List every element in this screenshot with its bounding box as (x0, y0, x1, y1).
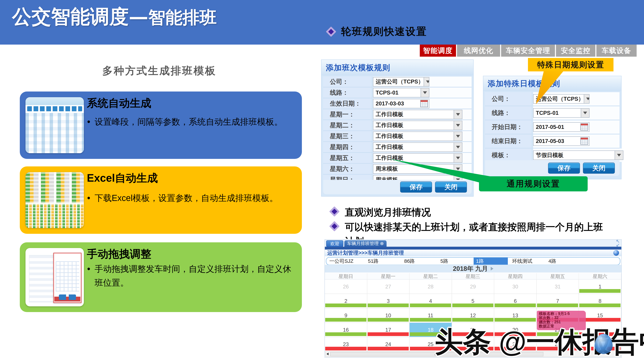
chevron-down-icon[interactable] (454, 121, 462, 130)
field-label: 星期四： (323, 142, 371, 152)
form-row-thursday: 星期四： 工作日模板 (323, 142, 472, 153)
field-label: 生效日期： (323, 98, 371, 109)
calendar-day-cell[interactable]: 30 (494, 280, 537, 294)
status-bar-green (368, 318, 409, 322)
tuesday-template-select[interactable]: 工作日模板 (373, 121, 462, 130)
collapse-expand-icons[interactable]: ↖ ↙ (616, 239, 620, 247)
calendar-day-cell[interactable]: 9 (325, 308, 367, 323)
route-item[interactable]: 4路 (546, 258, 582, 265)
close-button[interactable]: 关闭 (435, 182, 467, 193)
calendar-day-cell[interactable]: 8 (579, 294, 621, 308)
chevron-down-icon[interactable] (454, 143, 462, 151)
calendar-day-cell[interactable]: 31 (537, 280, 579, 294)
day-number: 26 (325, 284, 367, 290)
calendar-day-cell[interactable]: 4 (410, 294, 452, 308)
excel-sheet-screenshot (26, 172, 84, 228)
effective-date-input[interactable]: 2017-03-03 (373, 99, 429, 108)
status-bar-green (452, 304, 494, 307)
route-item[interactable]: 86路 (401, 258, 438, 265)
calendar-day-cell[interactable]: 3 (367, 294, 410, 308)
thursday-template-select[interactable]: 工作日模板 (373, 142, 462, 152)
line-select[interactable]: TCPS-01 (533, 108, 590, 118)
chevron-down-icon[interactable] (454, 154, 462, 162)
calendar-icon[interactable] (420, 100, 428, 107)
day-number: 12 (452, 313, 494, 319)
next-month-arrow-icon[interactable] (491, 267, 494, 271)
welcome-tab[interactable]: 欢迎 (326, 240, 343, 247)
calendar-day-cell[interactable]: 24 (367, 337, 410, 352)
calendar-day-cell[interactable]: 6 (494, 294, 537, 308)
status-bar-green (325, 304, 366, 307)
form-footer: 保存 关闭 (323, 180, 472, 194)
chevron-down-icon[interactable] (454, 132, 462, 141)
form-row-end-date: 结束日期： 2017-05-03 (485, 134, 620, 148)
calendar-day-cell[interactable]: 1 (579, 280, 621, 294)
tab-safety-monitoring[interactable]: 安全监控 (556, 44, 595, 57)
status-bar-green (410, 304, 451, 307)
close-button[interactable]: 关闭 (583, 163, 615, 174)
friday-template-select[interactable]: 工作日模板 (373, 153, 462, 163)
calendar-day-cell[interactable]: 28 (410, 280, 452, 294)
calendar-icon[interactable] (580, 123, 588, 131)
chevron-down-icon[interactable] (584, 94, 590, 103)
scroll-left-icon[interactable] (326, 353, 328, 355)
day-header: 星期一 (367, 273, 410, 280)
chevron-down-icon[interactable] (424, 77, 429, 86)
end-date-input[interactable]: 2017-05-03 (533, 136, 590, 146)
tab-intelligent-dispatch[interactable]: 智能调度 (420, 44, 456, 57)
route-item[interactable]: 环线测试 (509, 258, 546, 265)
calendar-day-cell[interactable]: 12 (452, 308, 494, 323)
calendar-day-cell[interactable]: 23 (325, 337, 367, 352)
tab-vehicle-safety-management[interactable]: 车辆安全管理 (501, 44, 555, 57)
tab-onboard-equipment[interactable]: 车载设备 (596, 44, 636, 57)
close-icon[interactable]: ⊗ (380, 241, 384, 246)
calendar-day-cell[interactable]: 13 (494, 308, 537, 323)
monday-template-select[interactable]: 工作日模板 (373, 110, 462, 119)
chevron-down-icon[interactable] (454, 110, 462, 119)
status-bar-green (579, 289, 620, 293)
day-header: 星期六 (579, 273, 621, 280)
day-number: 11 (410, 313, 452, 319)
line-select[interactable]: TCPS-01 (373, 88, 429, 97)
chevron-down-icon[interactable] (615, 151, 623, 160)
calendar-day-cell[interactable]: 27 (367, 280, 410, 294)
calendar-day-cell[interactable]: 26 (325, 280, 367, 294)
save-button[interactable]: 保存 (400, 182, 432, 193)
day-header: 星期五 (537, 273, 579, 280)
day-number: 1 (579, 284, 621, 290)
calendar-day-cell[interactable]: 10 (367, 308, 410, 323)
calendar-day-cell[interactable]: 17 (367, 323, 410, 337)
left-section-heading: 多种方式生成排班模板 (102, 64, 216, 78)
calendar-day-cell[interactable]: 2 (325, 294, 367, 308)
refresh-globe-icon[interactable] (613, 250, 619, 256)
route-item[interactable]: 51路 (365, 258, 401, 265)
start-date-input[interactable]: 2017-05-01 (533, 122, 590, 132)
form-row-monday: 星期一： 工作日模板 (323, 109, 472, 120)
calendar-day-cell[interactable]: 29 (452, 280, 494, 294)
field-label: 公司： (323, 77, 371, 87)
calendar-day-cell[interactable]: 5 (452, 294, 494, 308)
wednesday-template-select[interactable]: 工作日模板 (373, 132, 462, 141)
chevron-down-icon[interactable] (420, 88, 429, 97)
route-item[interactable]: 1路 (474, 257, 508, 265)
route-item[interactable]: 一公司SJZ (326, 258, 365, 265)
calendar-day-cell[interactable]: 11 (410, 308, 452, 323)
calendar-day-cell[interactable]: 16 (325, 323, 367, 337)
company-select[interactable]: 运营公司（TCPS） (373, 77, 429, 86)
calendar-day-cell[interactable]: 7 (537, 294, 579, 308)
active-tab-monthly-schedule[interactable]: 车辆月排班管理 ⊗ (344, 240, 386, 247)
save-button[interactable]: 保存 (548, 163, 580, 174)
tooltip-template-name: 模板名称：9月1-5 (539, 312, 584, 316)
status-bar-green (325, 318, 366, 322)
chevron-down-icon[interactable] (581, 109, 589, 117)
day-number: 24 (367, 341, 410, 348)
template-select[interactable]: 节假日模板 (533, 150, 623, 160)
status-bar-green (579, 304, 620, 307)
tab-network-optimization[interactable]: 线网优化 (457, 44, 500, 57)
form-row-tuesday: 星期二： 工作日模板 (323, 120, 472, 131)
day-number: 27 (367, 284, 410, 290)
field-label: 星期三： (323, 131, 371, 141)
route-item[interactable]: 5路 (438, 258, 474, 265)
feature-bullet-text: 直观浏览月排班情况 (345, 205, 431, 220)
calendar-icon[interactable] (580, 137, 588, 145)
